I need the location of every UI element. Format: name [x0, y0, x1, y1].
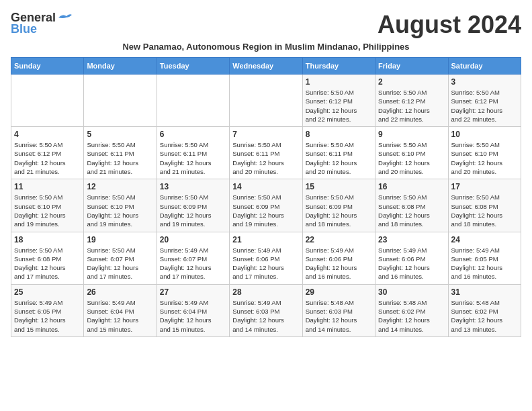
- calendar-cell: 18Sunrise: 5:50 AM Sunset: 6:08 PM Dayli…: [11, 232, 84, 284]
- day-number: 13: [160, 182, 226, 191]
- day-number: 26: [87, 287, 153, 297]
- day-info: Sunrise: 5:48 AM Sunset: 6:03 PM Dayligh…: [306, 298, 372, 334]
- day-number: 7: [232, 130, 299, 139]
- day-number: 31: [451, 287, 518, 297]
- week-row-5: 25Sunrise: 5:49 AM Sunset: 6:05 PM Dayli…: [11, 284, 521, 336]
- calendar-cell: 5Sunrise: 5:50 AM Sunset: 6:11 PM Daylig…: [84, 127, 157, 179]
- day-info: Sunrise: 5:50 AM Sunset: 6:12 PM Dayligh…: [378, 88, 445, 124]
- week-row-4: 18Sunrise: 5:50 AM Sunset: 6:08 PM Dayli…: [11, 232, 521, 284]
- calendar-cell: 17Sunrise: 5:50 AM Sunset: 6:08 PM Dayli…: [448, 179, 521, 232]
- calendar-cell: 13Sunrise: 5:50 AM Sunset: 6:09 PM Dayli…: [157, 179, 229, 232]
- day-number: 3: [451, 77, 518, 87]
- day-number: 6: [160, 130, 226, 139]
- calendar-cell: 14Sunrise: 5:50 AM Sunset: 6:09 PM Dayli…: [230, 179, 302, 232]
- day-number: 22: [306, 235, 372, 244]
- calendar-cell: 19Sunrise: 5:50 AM Sunset: 6:07 PM Dayli…: [84, 232, 157, 284]
- calendar-cell: 30Sunrise: 5:48 AM Sunset: 6:02 PM Dayli…: [375, 284, 448, 336]
- day-info: Sunrise: 5:49 AM Sunset: 6:06 PM Dayligh…: [378, 246, 445, 281]
- calendar-cell: 21Sunrise: 5:49 AM Sunset: 6:06 PM Dayli…: [230, 232, 302, 284]
- column-header-friday: Friday: [375, 58, 448, 75]
- column-header-tuesday: Tuesday: [157, 58, 229, 75]
- day-number: 18: [14, 235, 81, 244]
- calendar-cell: [230, 75, 302, 127]
- day-info: Sunrise: 5:49 AM Sunset: 6:03 PM Dayligh…: [232, 298, 299, 334]
- day-info: Sunrise: 5:49 AM Sunset: 6:04 PM Dayligh…: [87, 298, 153, 334]
- day-number: 19: [87, 235, 153, 244]
- header-row: SundayMondayTuesdayWednesdayThursdayFrid…: [11, 58, 521, 75]
- day-number: 27: [160, 287, 226, 297]
- day-info: Sunrise: 5:50 AM Sunset: 6:09 PM Dayligh…: [232, 193, 299, 228]
- day-info: Sunrise: 5:50 AM Sunset: 6:10 PM Dayligh…: [378, 140, 445, 176]
- calendar-cell: 6Sunrise: 5:50 AM Sunset: 6:11 PM Daylig…: [157, 127, 229, 179]
- calendar-cell: 23Sunrise: 5:49 AM Sunset: 6:06 PM Dayli…: [375, 232, 448, 284]
- day-info: Sunrise: 5:49 AM Sunset: 6:05 PM Dayligh…: [14, 298, 81, 334]
- calendar-cell: 7Sunrise: 5:50 AM Sunset: 6:11 PM Daylig…: [230, 127, 302, 179]
- day-number: 2: [378, 77, 445, 87]
- day-number: 20: [160, 235, 226, 244]
- day-info: Sunrise: 5:50 AM Sunset: 6:08 PM Dayligh…: [378, 193, 445, 228]
- day-number: 4: [14, 130, 81, 139]
- calendar-cell: 25Sunrise: 5:49 AM Sunset: 6:05 PM Dayli…: [11, 284, 84, 336]
- day-number: 1: [306, 77, 372, 87]
- day-number: 8: [306, 130, 372, 139]
- calendar-cell: 26Sunrise: 5:49 AM Sunset: 6:04 PM Dayli…: [84, 284, 157, 336]
- day-info: Sunrise: 5:50 AM Sunset: 6:08 PM Dayligh…: [14, 246, 81, 281]
- day-number: 10: [451, 130, 518, 139]
- day-info: Sunrise: 5:48 AM Sunset: 6:02 PM Dayligh…: [451, 298, 518, 334]
- calendar-cell: 1Sunrise: 5:50 AM Sunset: 6:12 PM Daylig…: [302, 75, 375, 127]
- week-row-1: 1Sunrise: 5:50 AM Sunset: 6:12 PM Daylig…: [11, 75, 521, 127]
- day-number: 30: [378, 287, 445, 297]
- calendar-cell: 22Sunrise: 5:49 AM Sunset: 6:06 PM Dayli…: [302, 232, 375, 284]
- calendar-table: SundayMondayTuesdayWednesdayThursdayFrid…: [11, 57, 521, 337]
- day-info: Sunrise: 5:50 AM Sunset: 6:09 PM Dayligh…: [306, 193, 372, 228]
- calendar-cell: 31Sunrise: 5:48 AM Sunset: 6:02 PM Dayli…: [448, 284, 521, 336]
- calendar-cell: 9Sunrise: 5:50 AM Sunset: 6:10 PM Daylig…: [375, 127, 448, 179]
- column-header-monday: Monday: [84, 58, 157, 75]
- calendar-cell: 27Sunrise: 5:49 AM Sunset: 6:04 PM Dayli…: [157, 284, 229, 336]
- day-info: Sunrise: 5:49 AM Sunset: 6:06 PM Dayligh…: [306, 246, 372, 281]
- day-info: Sunrise: 5:50 AM Sunset: 6:11 PM Dayligh…: [306, 140, 372, 176]
- week-row-3: 11Sunrise: 5:50 AM Sunset: 6:10 PM Dayli…: [11, 179, 521, 232]
- day-number: 17: [451, 182, 518, 191]
- calendar-cell: 3Sunrise: 5:50 AM Sunset: 6:12 PM Daylig…: [448, 75, 521, 127]
- day-number: 28: [232, 287, 299, 297]
- calendar-cell: 2Sunrise: 5:50 AM Sunset: 6:12 PM Daylig…: [375, 75, 448, 127]
- day-number: 11: [14, 182, 81, 191]
- logo: General Blue: [11, 11, 72, 36]
- day-info: Sunrise: 5:50 AM Sunset: 6:07 PM Dayligh…: [87, 246, 153, 281]
- day-info: Sunrise: 5:50 AM Sunset: 6:12 PM Dayligh…: [14, 140, 81, 176]
- day-info: Sunrise: 5:50 AM Sunset: 6:12 PM Dayligh…: [451, 88, 518, 124]
- day-number: 25: [14, 287, 81, 297]
- calendar-cell: [157, 75, 229, 127]
- calendar-cell: 8Sunrise: 5:50 AM Sunset: 6:11 PM Daylig…: [302, 127, 375, 179]
- day-number: 23: [378, 235, 445, 244]
- day-info: Sunrise: 5:48 AM Sunset: 6:02 PM Dayligh…: [378, 298, 445, 334]
- day-number: 29: [306, 287, 372, 297]
- calendar-cell: 28Sunrise: 5:49 AM Sunset: 6:03 PM Dayli…: [230, 284, 302, 336]
- month-title: August 2024: [378, 11, 521, 39]
- calendar-cell: 10Sunrise: 5:50 AM Sunset: 6:10 PM Dayli…: [448, 127, 521, 179]
- day-info: Sunrise: 5:50 AM Sunset: 6:10 PM Dayligh…: [451, 140, 518, 176]
- day-info: Sunrise: 5:50 AM Sunset: 6:11 PM Dayligh…: [87, 140, 153, 176]
- day-info: Sunrise: 5:49 AM Sunset: 6:04 PM Dayligh…: [160, 298, 226, 334]
- day-info: Sunrise: 5:50 AM Sunset: 6:11 PM Dayligh…: [232, 140, 299, 176]
- calendar-cell: 11Sunrise: 5:50 AM Sunset: 6:10 PM Dayli…: [11, 179, 84, 232]
- day-info: Sunrise: 5:49 AM Sunset: 6:06 PM Dayligh…: [232, 246, 299, 281]
- calendar-cell: 4Sunrise: 5:50 AM Sunset: 6:12 PM Daylig…: [11, 127, 84, 179]
- calendar-subtitle: New Panamao, Autonomous Region in Muslim…: [11, 42, 521, 52]
- calendar-cell: 15Sunrise: 5:50 AM Sunset: 6:09 PM Dayli…: [302, 179, 375, 232]
- day-number: 12: [87, 182, 153, 191]
- logo-bird-icon: [57, 12, 72, 24]
- day-info: Sunrise: 5:50 AM Sunset: 6:10 PM Dayligh…: [87, 193, 153, 228]
- calendar-cell: 20Sunrise: 5:49 AM Sunset: 6:07 PM Dayli…: [157, 232, 229, 284]
- column-header-thursday: Thursday: [302, 58, 375, 75]
- day-info: Sunrise: 5:49 AM Sunset: 6:07 PM Dayligh…: [160, 246, 226, 281]
- day-number: 9: [378, 130, 445, 139]
- day-number: 24: [451, 235, 518, 244]
- calendar-cell: 29Sunrise: 5:48 AM Sunset: 6:03 PM Dayli…: [302, 284, 375, 336]
- column-header-sunday: Sunday: [11, 58, 84, 75]
- day-info: Sunrise: 5:50 AM Sunset: 6:09 PM Dayligh…: [160, 193, 226, 228]
- week-row-2: 4Sunrise: 5:50 AM Sunset: 6:12 PM Daylig…: [11, 127, 521, 179]
- column-header-saturday: Saturday: [448, 58, 521, 75]
- column-header-wednesday: Wednesday: [230, 58, 302, 75]
